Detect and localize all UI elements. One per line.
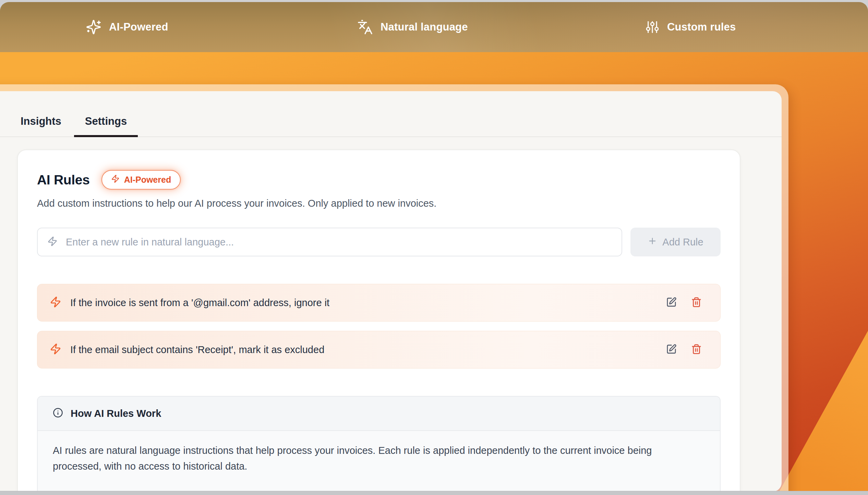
- rule-item: If the email subject contains 'Receipt',…: [37, 331, 721, 369]
- rules-list: If the invoice is sent from a '@gmail.co…: [37, 284, 721, 369]
- new-rule-input[interactable]: [37, 228, 622, 256]
- edit-rule-button[interactable]: [666, 344, 677, 355]
- add-rule-button[interactable]: Add Rule: [630, 228, 721, 256]
- frame-bottom-edge: [0, 491, 868, 495]
- info-panel-body: AI rules are natural language instructio…: [38, 431, 710, 492]
- sparkles-icon: [86, 19, 101, 35]
- badge-label: AI-Powered: [124, 175, 171, 185]
- banner-feature-custom-rules: Custom rules: [645, 20, 736, 34]
- new-rule-input-field[interactable]: [65, 236, 612, 248]
- rule-actions: [666, 297, 702, 309]
- languages-icon: [357, 19, 373, 35]
- edit-rule-button[interactable]: [666, 297, 677, 309]
- new-rule-row: Add Rule: [37, 228, 721, 256]
- trash-icon: [691, 297, 702, 309]
- rule-text: If the email subject contains 'Receipt',…: [70, 344, 324, 355]
- rule-actions: [666, 344, 702, 355]
- info-panel: How AI Rules Work AI rules are natural l…: [37, 396, 721, 492]
- rule-text: If the invoice is sent from a '@gmail.co…: [70, 297, 329, 309]
- sliders-icon: [645, 20, 660, 34]
- tab-insights[interactable]: Insights: [21, 115, 61, 136]
- info-panel-title: How AI Rules Work: [71, 408, 161, 419]
- delete-rule-button[interactable]: [691, 344, 702, 355]
- rule-item: If the invoice is sent from a '@gmail.co…: [37, 284, 721, 322]
- plus-icon: [648, 236, 657, 248]
- app-window-frame: Insights Settings AI Rules AI-Powered: [0, 84, 788, 495]
- tab-settings[interactable]: Settings: [74, 115, 138, 137]
- card-description: Add custom instructions to help our AI p…: [37, 198, 721, 209]
- banner-feature-label: Natural language: [381, 21, 468, 33]
- banner-feature-natural-language: Natural language: [357, 19, 468, 35]
- zap-icon: [50, 296, 61, 309]
- tab-bar: Insights Settings: [0, 91, 782, 137]
- info-icon: [53, 408, 63, 419]
- features-banner: AI-Powered Natural language Custom rules: [0, 2, 868, 52]
- delete-rule-button[interactable]: [691, 297, 702, 309]
- info-panel-header: How AI Rules Work: [38, 397, 720, 431]
- banner-feature-label: Custom rules: [667, 21, 736, 33]
- banner-feature-ai-powered: AI-Powered: [86, 19, 168, 35]
- app-window: Insights Settings AI Rules AI-Powered: [0, 91, 782, 492]
- ai-rules-card: AI Rules AI-Powered Add custom instructi…: [17, 149, 740, 492]
- screenshot-frame: AI-Powered Natural language Custom rules: [0, 0, 868, 495]
- edit-icon: [666, 344, 677, 355]
- banner-feature-label: AI-Powered: [109, 21, 168, 33]
- edit-icon: [666, 297, 677, 309]
- zap-icon: [111, 174, 120, 185]
- ai-powered-badge: AI-Powered: [101, 170, 181, 190]
- card-title-row: AI Rules AI-Powered: [37, 170, 721, 190]
- zap-icon: [50, 343, 61, 356]
- zap-icon: [47, 236, 58, 248]
- trash-icon: [691, 344, 702, 355]
- page-title: AI Rules: [37, 172, 90, 188]
- add-rule-label: Add Rule: [662, 237, 703, 248]
